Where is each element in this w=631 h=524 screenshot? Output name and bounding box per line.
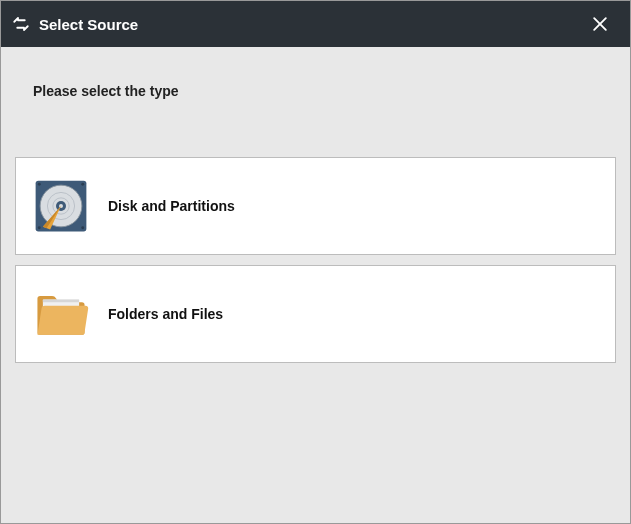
option-disk-partitions[interactable]: Disk and Partitions: [15, 157, 616, 255]
option-label: Folders and Files: [108, 306, 223, 322]
swap-icon: [11, 14, 31, 34]
select-source-dialog: Select Source Please select the type: [0, 0, 631, 524]
disk-icon: [32, 177, 90, 235]
titlebar: Select Source: [1, 1, 630, 47]
option-folders-files[interactable]: Folders and Files: [15, 265, 616, 363]
svg-point-11: [38, 183, 41, 186]
svg-point-13: [38, 226, 41, 229]
prompt-text: Please select the type: [33, 83, 616, 99]
folder-icon: [32, 285, 90, 343]
svg-rect-16: [43, 300, 79, 303]
svg-point-14: [81, 226, 84, 229]
dialog-content: Please select the type: [1, 47, 630, 523]
close-button[interactable]: [580, 1, 620, 47]
option-label: Disk and Partitions: [108, 198, 235, 214]
svg-point-12: [81, 183, 84, 186]
dialog-title: Select Source: [39, 16, 580, 33]
